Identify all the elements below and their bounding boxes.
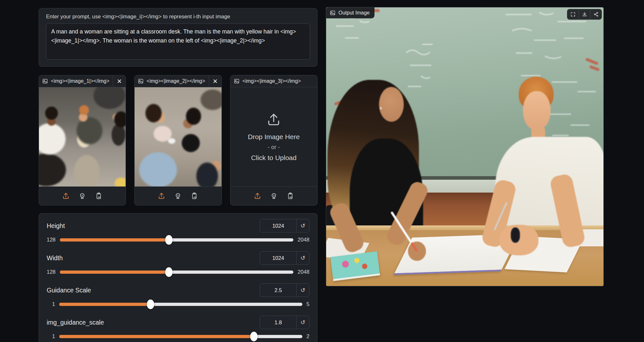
img-guidance-scale-max-label: 2 — [307, 333, 309, 339]
image-input-3-toolbar — [231, 186, 317, 205]
image-input-1: <img><|image_1|></img> ✕ — [39, 75, 126, 205]
image-input-3-dropzone[interactable]: Drop Image Here - or - Click to Upload — [231, 87, 317, 186]
clipboard-image-icon[interactable] — [95, 192, 102, 200]
image-icon — [138, 78, 144, 84]
upload-icon — [266, 112, 281, 127]
webcam-icon[interactable] — [79, 192, 86, 200]
img-guidance-scale-slider-row: img_guidance_scale ↺ 1 2 — [47, 315, 309, 339]
image-input-1-header: <img><|image_1|></img> ✕ — [39, 75, 126, 87]
output-toolbar — [567, 9, 602, 20]
slider-handle[interactable] — [165, 267, 173, 277]
generation-settings-card: Height ↺ 128 2048 Width ↺ — [39, 213, 317, 342]
output-image-panel[interactable]: Output Image — [326, 7, 604, 286]
img-guidance-scale-value-input[interactable] — [260, 316, 296, 329]
image-input-3: <img><|image_3|></img> Drop Image Here -… — [230, 75, 317, 205]
height-label: Height — [47, 222, 65, 230]
guidance-scale-number-input-group: ↺ — [260, 283, 309, 297]
drop-image-text: Drop Image Here — [248, 133, 300, 141]
man-arm-right — [549, 173, 586, 248]
width-min-label: 128 — [47, 269, 56, 275]
upload-icon[interactable] — [158, 192, 165, 200]
image-input-2-title: <img><|image_2|></img> — [147, 78, 205, 84]
height-min-label: 128 — [47, 237, 56, 243]
reset-icon[interactable]: ↺ — [296, 316, 309, 329]
man-watch — [511, 227, 520, 243]
image-input-2-toolbar — [135, 186, 221, 205]
close-icon[interactable]: ✕ — [209, 75, 222, 87]
image-inputs-row: <img><|image_1|></img> ✕ — [39, 75, 317, 205]
image-input-3-title: <img><|image_3|></img> — [242, 78, 317, 84]
output-image-badge: Output Image — [326, 7, 374, 18]
width-number-input-group: ↺ — [260, 251, 309, 265]
image-input-2-photo[interactable] — [135, 87, 221, 186]
height-number-input-group: ↺ — [260, 219, 309, 233]
image-input-2-header: <img><|image_2|></img> ✕ — [135, 75, 221, 87]
slider-handle[interactable] — [147, 299, 154, 309]
image-icon — [42, 78, 48, 84]
img-guidance-scale-min-label: 1 — [47, 333, 55, 339]
image-input-1-toolbar — [39, 186, 126, 205]
guidance-scale-value-input[interactable] — [260, 284, 296, 297]
image-input-1-photo[interactable] — [39, 87, 126, 186]
clipboard-image-icon[interactable] — [287, 192, 294, 200]
width-label: Width — [47, 254, 63, 262]
drop-or-text: - or - — [268, 144, 280, 151]
woman-arm — [328, 201, 366, 254]
guidance-scale-max-label: 5 — [307, 301, 309, 307]
upload-icon[interactable] — [254, 192, 261, 200]
img-guidance-scale-number-input-group: ↺ — [260, 316, 309, 329]
webcam-icon[interactable] — [270, 192, 278, 200]
guidance-scale-label: Guidance Scale — [47, 287, 91, 294]
image-icon — [234, 78, 240, 84]
width-slider-row: Width ↺ 128 2048 — [47, 251, 309, 275]
height-slider-row: Height ↺ 128 2048 — [47, 219, 309, 243]
img-guidance-scale-label: img_guidance_scale — [47, 319, 104, 326]
img-guidance-scale-slider[interactable] — [59, 335, 302, 338]
webcam-icon[interactable] — [174, 192, 182, 200]
height-value-input[interactable] — [260, 219, 296, 232]
guidance-scale-min-label: 1 — [47, 301, 55, 307]
width-value-input[interactable] — [260, 252, 296, 264]
reset-icon[interactable]: ↺ — [296, 284, 309, 297]
slider-handle[interactable] — [250, 332, 258, 341]
controls-column: Enter your prompt, use <img><|image_i|><… — [39, 8, 317, 342]
upload-icon[interactable] — [62, 192, 70, 200]
guidance-scale-slider[interactable] — [59, 303, 302, 306]
clipboard-image-icon[interactable] — [191, 192, 198, 200]
slider-handle[interactable] — [165, 235, 173, 245]
prompt-label: Enter your prompt, use <img><|image_i|><… — [46, 14, 310, 20]
image-icon — [330, 10, 336, 16]
width-max-label: 2048 — [298, 269, 309, 275]
close-icon[interactable]: ✕ — [113, 75, 126, 87]
width-slider[interactable] — [60, 271, 294, 274]
photo-placeholder — [135, 87, 221, 186]
height-slider[interactable] — [60, 238, 294, 242]
height-max-label: 2048 — [298, 237, 309, 243]
fullscreen-icon[interactable] — [567, 9, 579, 20]
image-input-2: <img><|image_2|></img> ✕ — [134, 75, 222, 205]
image-input-3-header: <img><|image_3|></img> — [231, 75, 317, 87]
share-icon[interactable] — [590, 9, 602, 20]
output-scene-foreground — [326, 7, 603, 286]
prompt-input[interactable]: A man and a woman are sitting at a class… — [46, 24, 310, 60]
download-icon[interactable] — [579, 9, 590, 20]
image-input-1-title: <img><|image_1|></img> — [51, 78, 110, 84]
prompt-card: Enter your prompt, use <img><|image_i|><… — [39, 8, 317, 67]
photo-placeholder — [39, 87, 126, 186]
reset-icon[interactable]: ↺ — [296, 252, 309, 264]
click-to-upload-text: Click to Upload — [251, 154, 297, 162]
reset-icon[interactable]: ↺ — [296, 219, 309, 232]
output-image-label: Output Image — [338, 10, 370, 16]
guidance-scale-slider-row: Guidance Scale ↺ 1 5 — [47, 283, 309, 307]
